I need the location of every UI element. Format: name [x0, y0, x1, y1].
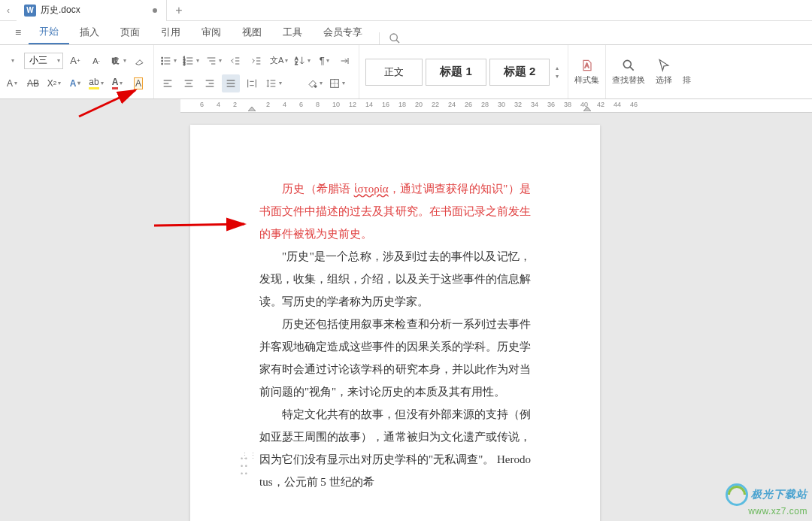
indent-marker-left[interactable] [248, 104, 256, 111]
char-shading-button[interactable]: A [129, 74, 147, 92]
svg-point-3 [162, 57, 163, 59]
paragraph-4[interactable]: 特定文化共有的故事，但没有外部来源的支持（例如亚瑟王周围的故事），通常被归为文化… [259, 403, 531, 493]
text-direction-button[interactable]: 文A▾ [268, 52, 289, 70]
document-tab[interactable]: W 历史.docx [17, 0, 167, 21]
ruler-tick: 24 [448, 101, 456, 108]
ruler-tick: 16 [382, 101, 389, 108]
font-family-dropdown[interactable]: ▾ [3, 52, 21, 70]
ruler-tick: 2 [233, 101, 237, 108]
ruler-tick: 28 [481, 101, 489, 108]
style-presets-button[interactable]: A 样式集 [574, 58, 599, 86]
ruler-tick: 40 [580, 101, 588, 108]
superscript-button[interactable]: X2▾ [45, 74, 63, 92]
decrease-indent-button[interactable] [226, 52, 244, 70]
select-button[interactable]: 选择 [656, 58, 672, 86]
line-spacing-icon [265, 77, 277, 89]
distribute-button[interactable] [243, 74, 261, 92]
svg-text:A: A [295, 56, 298, 60]
arrange-button[interactable]: 排 [683, 58, 695, 86]
border-icon [329, 77, 341, 89]
menu-start[interactable]: 开始 [29, 20, 69, 44]
styles-expand[interactable]: ▴▾ [553, 65, 562, 80]
align-justify-button[interactable] [222, 74, 240, 92]
ruler-tick: 30 [498, 101, 505, 108]
menu-page[interactable]: 页面 [110, 20, 150, 44]
indent-right-icon [250, 55, 262, 67]
strike-button[interactable]: AB [24, 74, 42, 92]
watermark: 极光下载站 www.xz7.com [726, 483, 807, 516]
menu-vip[interactable]: 会员专享 [313, 20, 373, 44]
find-replace-button[interactable]: 查找替换 [612, 58, 645, 86]
font-color-button[interactable]: A▾ [108, 74, 126, 92]
new-tab-button[interactable]: + [167, 4, 191, 17]
horizontal-ruler[interactable]: 6422468101214161820222426283032343638404… [180, 99, 812, 113]
svg-point-49 [314, 85, 317, 87]
paragraph-2[interactable]: "历史"是一个总称，涉及到过去的事件以及记忆，发现，收集，组织，介绍，以及关于这… [259, 245, 531, 313]
ruler-tick: 20 [415, 101, 423, 108]
align-left-icon [162, 77, 174, 89]
ruler-tick: 42 [597, 101, 604, 108]
eraser-icon [134, 55, 146, 67]
svg-text:3: 3 [183, 62, 186, 66]
arrange-label: 排 [683, 74, 691, 86]
clear-format-button[interactable] [131, 52, 149, 70]
increase-font-button[interactable]: A+ [66, 52, 84, 70]
unsaved-indicator [153, 8, 157, 13]
align-center-icon [183, 77, 195, 89]
styles-gallery: 正文 标题 1 标题 2 ▴▾ [359, 59, 568, 86]
svg-point-7 [162, 63, 163, 65]
ruler-tick: 2 [266, 101, 270, 108]
align-right-button[interactable] [201, 74, 219, 92]
number-list-button[interactable]: 123▾ [181, 52, 201, 70]
sort-button[interactable]: AZ▾ [292, 52, 312, 70]
search-button[interactable] [379, 32, 409, 44]
menu-reference[interactable]: 引用 [150, 20, 191, 44]
text-effect-button[interactable]: A▾ [66, 74, 84, 92]
ruler-tick: 44 [614, 101, 621, 108]
align-left-button[interactable] [159, 74, 177, 92]
ruler-tick: 4 [217, 101, 220, 108]
underline-button[interactable]: A▾ [3, 74, 21, 92]
drag-handle-icon-2[interactable]: • •• •• • [241, 455, 247, 477]
tabs-button[interactable] [336, 52, 354, 70]
ruler-tick: 22 [432, 101, 439, 108]
change-case-button[interactable]: 哎▾ [108, 52, 128, 70]
bullet-list-button[interactable]: ▾ [159, 52, 178, 70]
presets-label: 样式集 [574, 74, 599, 86]
menu-insert[interactable]: 插入 [69, 20, 110, 44]
style-heading1[interactable]: 标题 1 [426, 59, 486, 86]
paragraph-1[interactable]: 历史（希腊语 ἱστορία，通过调查获得的知识"）是书面文件中描述的过去及其研… [259, 177, 531, 245]
outdent-list-icon [205, 55, 217, 67]
find-icon [621, 58, 636, 73]
style-heading2[interactable]: 标题 2 [489, 59, 550, 86]
ruler-tick: 6 [299, 101, 303, 108]
line-spacing-button[interactable]: ▾ [264, 74, 283, 92]
app-menu-button[interactable]: ≡ [8, 20, 29, 44]
cursor-icon [656, 58, 671, 73]
search-icon [389, 32, 401, 44]
tab-nav-prev[interactable]: ‹ [0, 0, 17, 21]
menu-view[interactable]: 视图 [232, 20, 272, 44]
svg-line-1 [396, 40, 399, 43]
menu-review[interactable]: 审阅 [191, 20, 232, 44]
ruler-tick: 14 [365, 101, 373, 108]
align-justify-icon [225, 77, 237, 89]
svg-text:Z: Z [295, 61, 298, 65]
numbering-icon: 123 [183, 55, 195, 67]
style-normal[interactable]: 正文 [365, 59, 423, 86]
menu-tools[interactable]: 工具 [272, 20, 313, 44]
ruler-tick: 32 [514, 101, 522, 108]
font-size-select[interactable]: 小三 [24, 53, 63, 69]
multilevel-list-button[interactable]: ▾ [204, 52, 223, 70]
increase-indent-button[interactable] [247, 52, 265, 70]
highlight-button[interactable]: ab▾ [87, 74, 105, 92]
paragraph-3[interactable]: 历史还包括使用叙事来检查和分析一系列过去事件并客观地确定造成这些事件的因果关系的… [259, 313, 531, 403]
border-button[interactable]: ▾ [327, 74, 347, 92]
align-center-button[interactable] [180, 74, 198, 92]
document-title: 历史.docx [41, 4, 80, 17]
shading-button[interactable]: ▾ [304, 74, 324, 92]
show-marks-button[interactable]: ¶▾ [315, 52, 333, 70]
document-canvas[interactable]: 历史（希腊语 ἱστορία，通过调查获得的知识"）是书面文件中描述的过去及其研… [0, 113, 812, 521]
decrease-font-button[interactable]: A- [87, 52, 105, 70]
document-page[interactable]: 历史（希腊语 ἱστορία，通过调查获得的知识"）是书面文件中描述的过去及其研… [190, 125, 600, 521]
